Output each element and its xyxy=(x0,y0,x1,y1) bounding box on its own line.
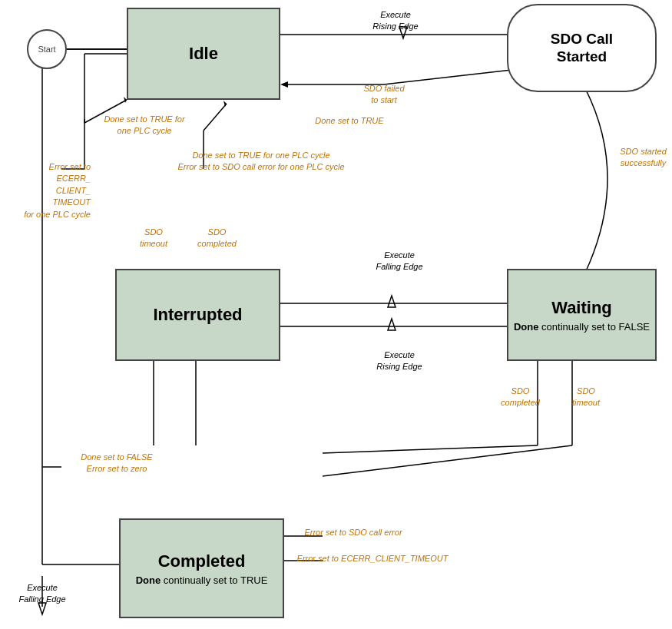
state-waiting: Waiting Done continually set to FALSE xyxy=(507,269,657,361)
completed-subtitle: Done continually set to TRUE xyxy=(136,574,268,586)
svg-line-40 xyxy=(323,445,572,476)
label-done-true-plc: Done set to TRUE forone PLC cycle xyxy=(91,114,198,137)
label-done-true: Done set to TRUE xyxy=(292,115,407,127)
svg-marker-14 xyxy=(388,319,396,330)
svg-line-5 xyxy=(384,69,518,84)
waiting-title: Waiting xyxy=(551,298,612,318)
state-idle: Idle xyxy=(127,8,280,100)
state-completed: Completed Done continually set to TRUE xyxy=(119,518,284,618)
waiting-rest: continually set to FALSE xyxy=(538,321,650,333)
label-sdo-fail: SDO failedto start xyxy=(330,83,438,107)
start-label: Start xyxy=(38,45,55,54)
svg-line-24 xyxy=(204,104,227,131)
waiting-bold: Done xyxy=(514,321,539,333)
label-sdo-completed-btm: SDOcompleted xyxy=(492,386,549,409)
svg-line-39 xyxy=(323,445,538,453)
label-done-error-plc: Done set to TRUE for one PLC cycleError … xyxy=(154,150,369,174)
svg-marker-25 xyxy=(223,101,227,107)
sdo-call-title: SDO CallStarted xyxy=(551,31,613,66)
label-sdo-timeout-mid: SDOtimeout xyxy=(127,227,180,250)
label-error-ecerr-btm: Error set to ECERR_CLIENT_TIMEOUT xyxy=(276,553,468,564)
label-falling-completed: ExecuteFalling Edge xyxy=(0,582,84,606)
idle-title: Idle xyxy=(189,44,218,64)
label-rising-edge-int: ExecuteRising Edge xyxy=(349,349,449,373)
completed-rest: continually set to TRUE xyxy=(161,574,267,586)
label-sdo-timeout-btm: SDOtimeout xyxy=(559,386,613,409)
label-error-sdo-call: Error set to SDO call error xyxy=(276,527,430,538)
state-interrupted: Interrupted xyxy=(115,269,280,361)
label-falling-edge: ExecuteFalling Edge xyxy=(349,250,449,273)
completed-title: Completed xyxy=(158,551,246,571)
waiting-subtitle: Done continually set to FALSE xyxy=(514,321,650,333)
completed-bold: Done xyxy=(136,574,161,586)
label-sdo-completed-mid: SDOcompleted xyxy=(188,227,246,250)
svg-marker-7 xyxy=(280,81,288,88)
label-ecerr: Error set toECERR_CLIENT_TIMEOUTfor one … xyxy=(0,161,91,220)
state-diagram: Start Idle SDO CallStarted Waiting Done … xyxy=(0,0,672,629)
start-circle: Start xyxy=(27,29,67,69)
label-sdo-success: SDO startedsuccessfully xyxy=(614,146,672,170)
state-sdo-call: SDO CallStarted xyxy=(507,4,657,92)
svg-marker-11 xyxy=(388,296,396,307)
label-idle-to-sdo: ExecuteRising Edge xyxy=(346,9,445,33)
label-done-false: Done set to FALSEError set to zero xyxy=(63,452,170,475)
interrupted-title: Interrupted xyxy=(153,305,242,325)
